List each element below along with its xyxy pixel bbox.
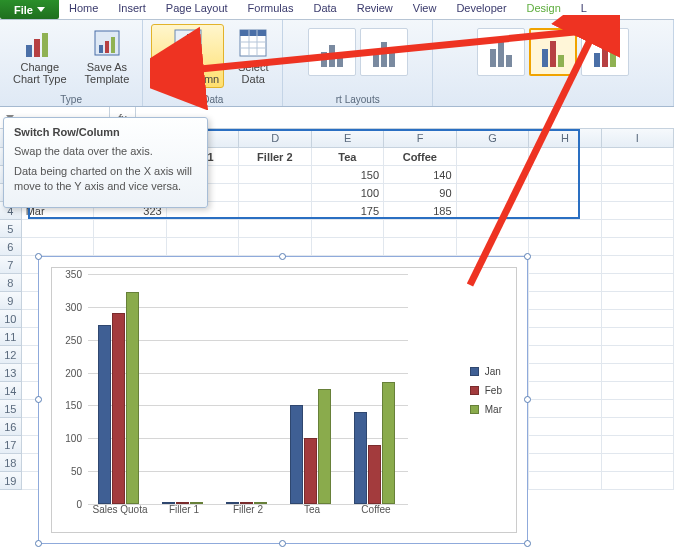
cell[interactable] <box>94 220 166 238</box>
cell[interactable] <box>602 436 674 454</box>
cell[interactable] <box>22 220 94 238</box>
row-header[interactable]: 14 <box>0 382 22 400</box>
cell[interactable] <box>457 238 529 256</box>
cell[interactable] <box>239 184 311 202</box>
cell[interactable] <box>529 256 601 274</box>
style-preset-3[interactable] <box>581 28 629 76</box>
cell[interactable] <box>529 454 601 472</box>
cell[interactable] <box>457 148 529 166</box>
cell[interactable] <box>602 454 674 472</box>
resize-handle[interactable] <box>524 396 531 403</box>
cell[interactable] <box>529 364 601 382</box>
row-header[interactable]: 9 <box>0 292 22 310</box>
resize-handle[interactable] <box>279 253 286 260</box>
layout-preset-2[interactable] <box>360 28 408 76</box>
switch-row-column-button[interactable]: Switch Row/Column <box>151 24 224 88</box>
cell[interactable] <box>529 346 601 364</box>
cell[interactable] <box>239 166 311 184</box>
row-header[interactable]: 5 <box>0 220 22 238</box>
cell[interactable] <box>602 346 674 364</box>
resize-handle[interactable] <box>279 540 286 547</box>
cell[interactable] <box>602 202 674 220</box>
cell[interactable] <box>602 418 674 436</box>
style-preset-2[interactable] <box>529 28 577 76</box>
cell[interactable] <box>602 382 674 400</box>
row-header[interactable]: 18 <box>0 454 22 472</box>
row-header[interactable]: 17 <box>0 436 22 454</box>
cell[interactable] <box>529 382 601 400</box>
cell[interactable]: 90 <box>384 184 456 202</box>
cell[interactable]: 175 <box>312 202 384 220</box>
cell[interactable] <box>602 310 674 328</box>
col-header-d[interactable]: D <box>239 129 311 147</box>
cell[interactable] <box>602 328 674 346</box>
cell[interactable] <box>529 148 601 166</box>
cell[interactable]: 140 <box>384 166 456 184</box>
resize-handle[interactable] <box>35 540 42 547</box>
row-header[interactable]: 19 <box>0 472 22 490</box>
row-header[interactable]: 12 <box>0 346 22 364</box>
embedded-chart[interactable]: 050100150200250300350 Sales QuotaFiller … <box>38 256 528 544</box>
cell[interactable] <box>602 364 674 382</box>
tab-file[interactable]: File <box>0 0 59 19</box>
cell[interactable]: Tea <box>312 148 384 166</box>
cell[interactable] <box>602 400 674 418</box>
cell[interactable] <box>529 184 601 202</box>
col-header-f[interactable]: F <box>384 129 456 147</box>
row-header[interactable]: 6 <box>0 238 22 256</box>
col-header-e[interactable]: E <box>312 129 384 147</box>
cell[interactable] <box>529 220 601 238</box>
tab-page-layout[interactable]: Page Layout <box>156 0 238 19</box>
cell[interactable]: 150 <box>312 166 384 184</box>
row-header[interactable]: 7 <box>0 256 22 274</box>
cell[interactable] <box>529 310 601 328</box>
cell[interactable] <box>602 256 674 274</box>
cell[interactable] <box>239 220 311 238</box>
chart-plot-area[interactable]: 050100150200250300350 Sales QuotaFiller … <box>51 267 517 533</box>
resize-handle[interactable] <box>35 253 42 260</box>
style-preset-1[interactable] <box>477 28 525 76</box>
col-header-i[interactable]: I <box>602 129 674 147</box>
resize-handle[interactable] <box>35 396 42 403</box>
row-header[interactable]: 13 <box>0 364 22 382</box>
col-header-h[interactable]: H <box>529 129 601 147</box>
tab-data[interactable]: Data <box>303 0 346 19</box>
cell[interactable] <box>529 436 601 454</box>
cell[interactable] <box>529 274 601 292</box>
row-header[interactable]: 11 <box>0 328 22 346</box>
row-header[interactable]: 10 <box>0 310 22 328</box>
cell[interactable] <box>529 400 601 418</box>
select-data-button[interactable]: Select Data <box>232 24 274 88</box>
cell[interactable] <box>602 274 674 292</box>
cell[interactable]: Coffee <box>384 148 456 166</box>
cell[interactable]: 100 <box>312 184 384 202</box>
tab-insert[interactable]: Insert <box>108 0 156 19</box>
cell[interactable] <box>457 166 529 184</box>
row-header[interactable]: 16 <box>0 418 22 436</box>
change-chart-type-button[interactable]: Change Chart Type <box>8 24 72 88</box>
cell[interactable] <box>457 202 529 220</box>
cell[interactable] <box>529 418 601 436</box>
cell[interactable] <box>602 166 674 184</box>
cell[interactable] <box>529 166 601 184</box>
cell[interactable] <box>312 238 384 256</box>
tab-developer[interactable]: Developer <box>446 0 516 19</box>
cell[interactable] <box>602 148 674 166</box>
cell[interactable] <box>602 472 674 490</box>
cell[interactable] <box>602 238 674 256</box>
cell[interactable] <box>384 238 456 256</box>
layout-preset-1[interactable] <box>308 28 356 76</box>
tab-view[interactable]: View <box>403 0 447 19</box>
cell[interactable]: 185 <box>384 202 456 220</box>
cell[interactable] <box>239 202 311 220</box>
tab-design[interactable]: Design <box>517 0 571 19</box>
resize-handle[interactable] <box>524 540 531 547</box>
resize-handle[interactable] <box>524 253 531 260</box>
row-header[interactable]: 15 <box>0 400 22 418</box>
tab-formulas[interactable]: Formulas <box>238 0 304 19</box>
cell[interactable] <box>529 328 601 346</box>
row-header[interactable]: 8 <box>0 274 22 292</box>
cell[interactable] <box>239 238 311 256</box>
col-header-g[interactable]: G <box>457 129 529 147</box>
cell[interactable] <box>602 184 674 202</box>
